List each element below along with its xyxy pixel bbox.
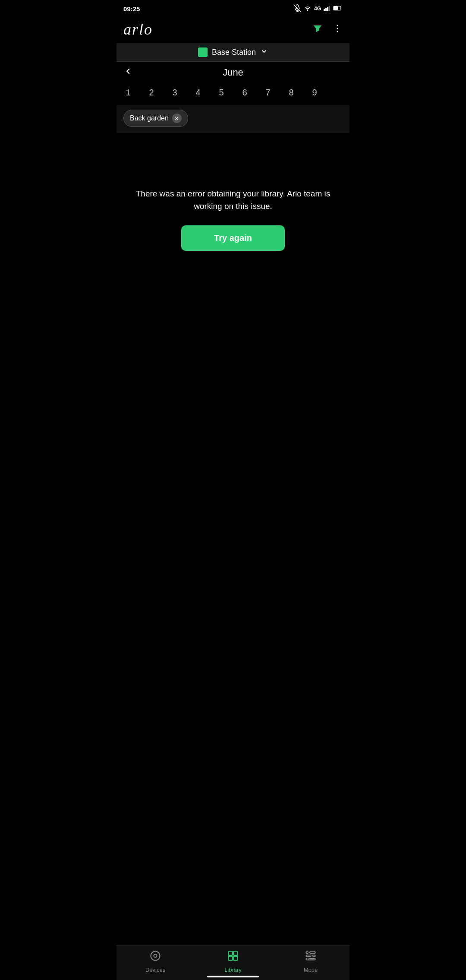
- svg-rect-9: [334, 6, 338, 10]
- try-again-button[interactable]: Try again: [181, 225, 285, 251]
- filter-icon[interactable]: [312, 22, 324, 36]
- battery-icon: [333, 5, 343, 13]
- header: arlo: [116, 16, 350, 43]
- filter-chip[interactable]: Back garden ✕: [123, 110, 188, 127]
- signal-icon: [324, 5, 331, 13]
- date-1[interactable]: 1: [116, 86, 140, 99]
- filter-area: Back garden ✕: [116, 105, 350, 133]
- date-3[interactable]: 3: [163, 86, 186, 99]
- calendar-dates: 1 2 3 4 5 6 7 8 9: [116, 83, 350, 105]
- svg-rect-6: [327, 6, 328, 11]
- device-selector-bar[interactable]: Base Station: [116, 43, 350, 62]
- remove-filter-chip-button[interactable]: ✕: [172, 114, 182, 123]
- svg-rect-5: [325, 8, 327, 11]
- month-label: June: [223, 67, 243, 78]
- status-bar: 09:25 4G: [116, 0, 350, 16]
- main-content: June 1 2 3 4 5 6 7 8 9 Back garden ✕ The…: [116, 62, 350, 345]
- error-area: There was an error obtaining your librar…: [116, 133, 350, 306]
- wifi-icon: [304, 5, 312, 13]
- status-icons: 4G: [293, 4, 343, 13]
- svg-point-11: [337, 28, 338, 29]
- svg-rect-4: [324, 9, 325, 11]
- header-actions: [312, 22, 343, 36]
- date-4[interactable]: 4: [186, 86, 210, 99]
- date-7[interactable]: 7: [256, 86, 280, 99]
- 4g-label: 4G: [314, 6, 321, 12]
- status-time: 09:25: [123, 5, 140, 13]
- device-name: Base Station: [212, 48, 256, 57]
- filter-chip-label: Back garden: [130, 114, 169, 122]
- date-8[interactable]: 8: [280, 86, 303, 99]
- date-6[interactable]: 6: [233, 86, 256, 99]
- date-5[interactable]: 5: [210, 86, 233, 99]
- date-2[interactable]: 2: [140, 86, 163, 99]
- svg-point-12: [337, 31, 338, 32]
- date-9[interactable]: 9: [303, 86, 326, 99]
- silent-icon: [293, 4, 301, 13]
- chevron-down-icon: [260, 47, 268, 57]
- error-message: There was an error obtaining your librar…: [129, 188, 337, 212]
- svg-rect-7: [329, 6, 330, 11]
- svg-point-3: [307, 10, 308, 11]
- svg-point-10: [337, 25, 338, 26]
- calendar-nav: June: [116, 62, 350, 83]
- device-icon: [198, 47, 208, 57]
- arlo-logo: arlo: [123, 20, 153, 38]
- more-options-icon[interactable]: [332, 23, 343, 35]
- back-arrow-icon[interactable]: [123, 66, 133, 79]
